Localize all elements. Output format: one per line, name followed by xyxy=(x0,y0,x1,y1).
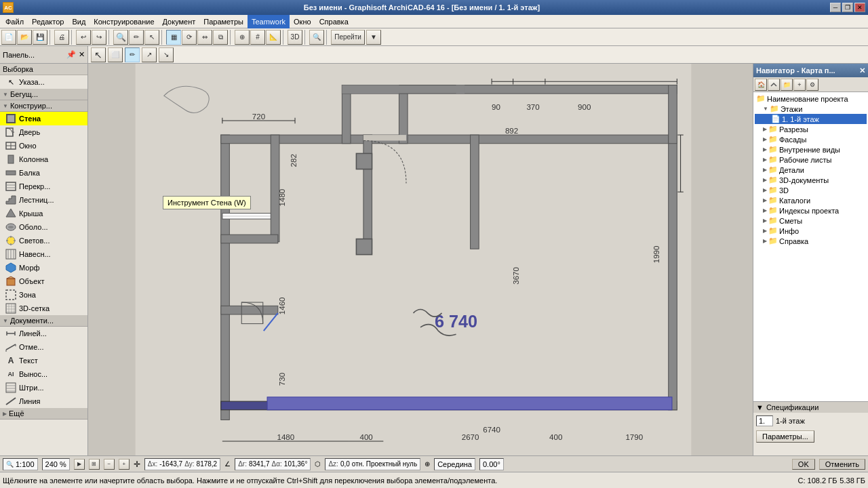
more-section[interactable]: ▶ Ещё xyxy=(0,408,87,420)
info-folder[interactable]: ▶ 📁 Инфо xyxy=(755,226,867,236)
cancel-button[interactable]: Отменить xyxy=(819,459,865,470)
zoom-in-button[interactable]: 🔍 xyxy=(113,30,128,45)
document-section[interactable]: ▼ Документи... xyxy=(0,315,87,327)
redo-button[interactable]: ↪ xyxy=(92,30,106,45)
rotate-button[interactable]: ⟳ xyxy=(182,30,197,45)
grid3d-tool[interactable]: 3D-сетка xyxy=(0,302,87,315)
floors-folder[interactable]: ▼ 📁 Этажи xyxy=(755,104,867,114)
canvas-container[interactable]: 720 1480 400 2670 400 1790 1480 1460 730… xyxy=(88,64,753,455)
goto-input[interactable]: Перейти xyxy=(331,30,365,45)
nav-add-btn[interactable]: + xyxy=(793,79,806,91)
menu-document[interactable]: Документ xyxy=(159,15,200,28)
project-root[interactable]: 📁 Наименование проекта xyxy=(755,94,867,104)
callout-tool[interactable]: AI Выноc... xyxy=(0,367,87,381)
toolbar-separator-6 xyxy=(283,30,285,45)
details-folder[interactable]: ▶ 📁 Детали xyxy=(755,165,867,175)
spec-number-input[interactable] xyxy=(756,415,773,426)
text-tool[interactable]: A Текст xyxy=(0,354,87,367)
grid-button[interactable]: # xyxy=(250,30,265,45)
help-folder[interactable]: ▶ 📁 Справка xyxy=(755,236,867,246)
minimize-button[interactable]: ─ xyxy=(830,3,841,12)
pencil-button[interactable]: ✏ xyxy=(129,30,144,45)
door-tool[interactable]: Дверь xyxy=(0,125,87,139)
roof-tool[interactable]: Крыша xyxy=(0,207,87,220)
copy-button[interactable]: ⧉ xyxy=(213,30,228,45)
panel-pin[interactable]: 📌 xyxy=(66,50,76,59)
menu-options[interactable]: Параметры xyxy=(199,15,248,28)
mode-arrow[interactable]: ↖ xyxy=(91,47,106,62)
arrow-button[interactable]: ↖ xyxy=(144,30,159,45)
menu-edit[interactable]: Редактор xyxy=(28,15,68,28)
menu-file[interactable]: Файл xyxy=(1,15,28,28)
menu-help[interactable]: Справка xyxy=(315,15,353,28)
stair-tool[interactable]: Лестниц... xyxy=(0,193,87,207)
ok-button[interactable]: OK xyxy=(792,459,815,470)
zoom-fit-btn[interactable]: ⊞ xyxy=(89,459,100,470)
line-tool[interactable]: Линия xyxy=(0,394,87,408)
menu-window[interactable]: Окно xyxy=(290,15,315,28)
object-tool[interactable]: Объект xyxy=(0,274,87,288)
slab-tool[interactable]: Перекр... xyxy=(0,180,87,193)
menu-teamwork[interactable]: Teamwork xyxy=(248,15,290,28)
skylight-tool[interactable]: Светов... xyxy=(0,234,87,247)
memory-usage: C: 108.2 ГБ xyxy=(798,476,837,485)
3ddocs-folder[interactable]: ▶ 📁 3D-документы xyxy=(755,175,867,185)
3d-folder[interactable]: ▶ 📁 3D xyxy=(755,185,867,195)
mirror-button[interactable]: ⇔ xyxy=(197,30,212,45)
interior-folder[interactable]: ▶ 📁 Внутренние виды xyxy=(755,144,867,155)
column-tool[interactable]: Колонна xyxy=(0,152,87,166)
zone-tool[interactable]: Зона xyxy=(0,288,87,302)
nav-close-btn[interactable]: ✕ xyxy=(859,66,865,75)
undo-button[interactable]: ↩ xyxy=(76,30,91,45)
worksheets-folder[interactable]: ▶ 📁 Рабочие листы xyxy=(755,155,867,165)
play-button[interactable]: ▶ xyxy=(74,459,85,470)
nav-home-btn[interactable]: 🏠 xyxy=(755,79,767,91)
floor-1[interactable]: 📄 1. 1-й этаж xyxy=(755,114,867,124)
menu-view[interactable]: Вид xyxy=(68,15,90,28)
nav-settings-btn[interactable]: ⚙ xyxy=(806,79,818,91)
running-section[interactable]: ▼ Бегущ... xyxy=(0,89,87,100)
catalogs-folder[interactable]: ▶ 📁 Каталоги xyxy=(755,195,867,205)
measure-button[interactable]: 📐 xyxy=(266,30,281,45)
sections-folder[interactable]: ▶ 📁 Разрезы xyxy=(755,124,867,134)
open-button[interactable]: 📂 xyxy=(17,30,32,45)
mode-rect[interactable]: ⬜ xyxy=(108,47,123,62)
construct-section[interactable]: ▼ Конструир... xyxy=(0,100,87,112)
estimates-folder[interactable]: ▶ 📁 Сметы xyxy=(755,216,867,226)
window-tool[interactable]: Окно xyxy=(0,139,87,152)
goto-btn[interactable]: ▼ xyxy=(366,30,381,45)
svg-rect-25 xyxy=(6,290,16,300)
dim-tool[interactable]: Отме... xyxy=(0,340,87,354)
pointer-tool[interactable]: ↖ Указа... xyxy=(0,75,87,89)
new-button[interactable]: 📄 xyxy=(1,30,16,45)
zoom-in-btn2[interactable]: + xyxy=(119,459,130,470)
mode-pencil[interactable]: ✏ xyxy=(125,47,140,62)
panel-close-btn[interactable]: ✕ xyxy=(79,50,85,59)
shell-tool[interactable]: Оболо... xyxy=(0,220,87,234)
floor-plan-drawing[interactable]: 720 1480 400 2670 400 1790 1480 1460 730… xyxy=(88,64,753,455)
line-dim-tool[interactable]: Линей... xyxy=(0,327,87,340)
curtain-tool[interactable]: Навесн... xyxy=(0,247,87,261)
select-tool[interactable]: ▦ xyxy=(166,30,181,45)
indexes-folder[interactable]: ▶ 📁 Индексы проекта xyxy=(755,205,867,216)
snap-button[interactable]: ⊕ xyxy=(235,30,250,45)
nav-up-btn[interactable] xyxy=(768,79,780,91)
close-button[interactable]: ✕ xyxy=(854,3,865,12)
zoom-out-btn[interactable]: − xyxy=(104,459,115,470)
morph-tool[interactable]: Морф xyxy=(0,261,87,274)
mode-cursor2[interactable]: ↘ xyxy=(159,47,174,62)
facades-folder[interactable]: ▶ 📁 Фасады xyxy=(755,134,867,144)
nav-folder-btn[interactable]: 📁 xyxy=(781,79,793,91)
mode-cursor[interactable]: ↗ xyxy=(142,47,157,62)
save-button[interactable]: 💾 xyxy=(33,30,47,45)
wall-tool[interactable]: Стена xyxy=(0,112,87,125)
find-button[interactable]: 🔍 xyxy=(309,30,324,45)
hatch-tool[interactable]: Штри... xyxy=(0,381,87,394)
restore-button[interactable]: ❐ xyxy=(842,3,853,12)
view3d-button[interactable]: 3D xyxy=(288,30,302,45)
params-button[interactable]: Параметры... xyxy=(756,430,814,443)
menu-design[interactable]: Конструирование xyxy=(90,15,158,28)
toolbar-separator-4 xyxy=(161,30,164,45)
print-button[interactable]: 🖨 xyxy=(54,30,69,45)
beam-tool[interactable]: Балка xyxy=(0,166,87,180)
